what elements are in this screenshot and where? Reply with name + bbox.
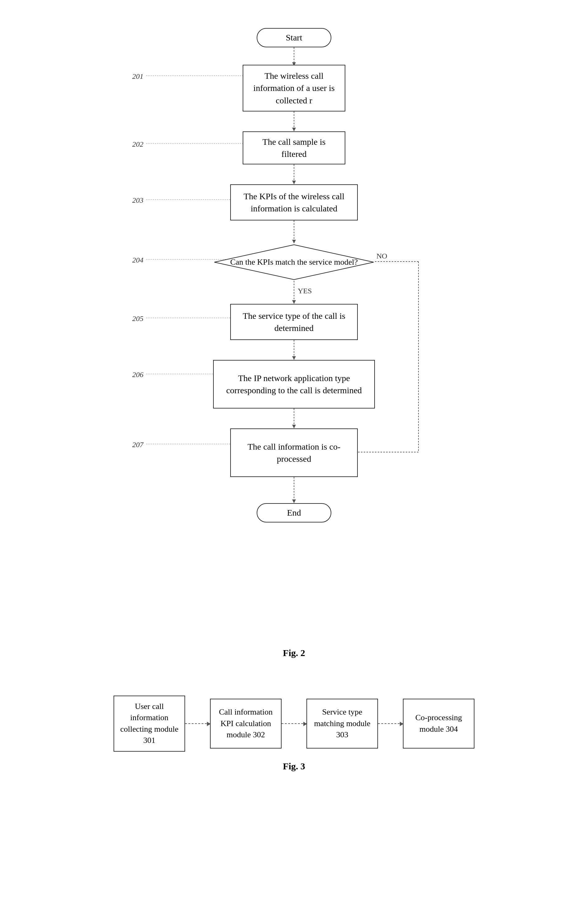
dotted-arrow-3 — [378, 723, 403, 724]
fig3-caption: Fig. 3 — [76, 761, 512, 772]
module-row: User call information collecting module … — [76, 695, 512, 752]
dotted-arrow-2 — [281, 723, 307, 724]
arrow-302-303 — [281, 723, 307, 724]
step-label-203: 203 — [132, 196, 144, 205]
step-204-diamond: Can the KPIs match the service model? — [213, 244, 375, 281]
module-301-box: User call information collecting module … — [113, 695, 185, 752]
step-207-box: The call information is co-processed — [230, 428, 358, 477]
step-label-206: 206 — [132, 370, 144, 379]
fig2-caption: Fig. 2 — [76, 647, 512, 658]
svg-marker-16 — [292, 500, 296, 503]
step-label-201: 201 — [132, 72, 144, 81]
svg-text:NO: NO — [376, 252, 387, 260]
step-203-box: The KPIs of the wireless call informatio… — [230, 184, 358, 220]
module-303-box: Service type matching module 303 — [307, 699, 378, 748]
module-304-box: Co-processing module 304 — [403, 699, 475, 748]
svg-marker-14 — [292, 425, 296, 428]
step-label-202: 202 — [132, 140, 144, 149]
svg-text:YES: YES — [298, 287, 312, 295]
svg-marker-7 — [292, 240, 296, 244]
end-node: End — [257, 503, 331, 522]
arrow-301-302 — [185, 723, 210, 724]
svg-marker-9 — [292, 300, 296, 304]
step-label-204: 204 — [132, 256, 144, 264]
step-label-205: 205 — [132, 314, 144, 323]
step-205-box: The service type of the call is determin… — [230, 304, 358, 340]
page: YES NO Start — [0, 0, 588, 907]
label-line-201 — [146, 75, 246, 76]
svg-marker-3 — [292, 128, 296, 131]
dotted-arrow-1 — [185, 723, 210, 724]
svg-marker-5 — [292, 181, 296, 184]
module-section-fig3: User call information collecting module … — [76, 695, 512, 772]
step-206-box: The IP network application type correspo… — [213, 360, 375, 409]
step-label-207: 207 — [132, 441, 144, 449]
label-line-202 — [146, 143, 246, 144]
step-202-box: The call sample is filtered — [243, 131, 345, 164]
step-201-box: The wireless call information of a user … — [243, 65, 345, 111]
flowchart-fig2: YES NO Start — [76, 19, 512, 677]
start-node: Start — [257, 28, 331, 47]
arrow-303-304 — [378, 723, 403, 724]
svg-marker-12 — [292, 356, 296, 360]
module-302-box: Call information KPI calculation module … — [210, 699, 281, 748]
